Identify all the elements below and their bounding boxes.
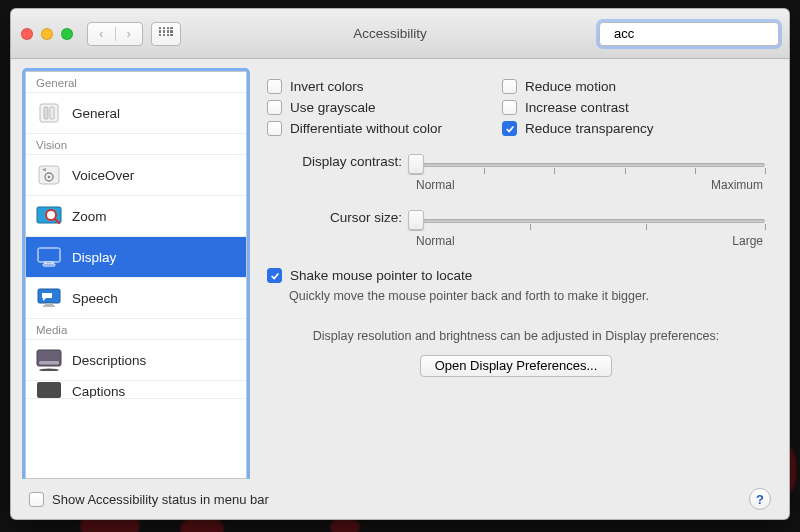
svg-rect-3 — [44, 107, 48, 119]
checkbox-label: Use grayscale — [290, 100, 376, 115]
grid-icon — [159, 27, 173, 41]
checkbox-shake-to-locate[interactable]: Shake mouse pointer to locate — [267, 268, 765, 283]
sidebar-item-voiceover[interactable]: ◀︎ VoiceOver — [26, 155, 246, 196]
titlebar: ‹ › Accessibility ✕ — [11, 9, 789, 59]
slider-max-label: Maximum — [711, 178, 763, 192]
close-button[interactable] — [21, 28, 33, 40]
captions-icon — [36, 381, 62, 399]
search-field[interactable]: ✕ — [599, 22, 779, 46]
sidebar-item-speech[interactable]: Speech — [26, 278, 246, 319]
slider-knob[interactable] — [408, 210, 424, 230]
category-sidebar[interactable]: General General Vision ◀︎ VoiceOver Zoom — [25, 71, 247, 479]
slider-label: Display contrast: — [267, 154, 402, 169]
search-input[interactable] — [612, 25, 784, 42]
slider-min-label: Normal — [416, 178, 455, 192]
sidebar-item-descriptions[interactable]: Descriptions — [26, 340, 246, 381]
svg-rect-17 — [43, 305, 55, 307]
sidebar-item-label: VoiceOver — [72, 168, 236, 183]
svg-text:◀︎: ◀︎ — [42, 166, 46, 172]
general-icon — [36, 100, 62, 126]
display-settings-panel: Invert colors Use grayscale Differentiat… — [257, 71, 775, 479]
checkbox-use-grayscale[interactable]: Use grayscale — [267, 100, 442, 115]
display-note: Display resolution and brightness can be… — [267, 329, 765, 343]
speech-icon — [36, 285, 62, 311]
svg-rect-2 — [40, 104, 58, 122]
slider-cursor-size[interactable]: Cursor size: Normal Large — [267, 210, 765, 248]
slider-label: Cursor size: — [267, 210, 402, 225]
traffic-lights — [21, 28, 73, 40]
group-header-general: General — [26, 72, 246, 93]
descriptions-icon — [36, 347, 62, 373]
svg-point-7 — [48, 176, 51, 179]
checkbox-label: Show Accessibility status in menu bar — [52, 492, 269, 507]
svg-rect-21 — [37, 382, 61, 398]
window-title: Accessibility — [189, 26, 591, 41]
open-display-preferences-button[interactable]: Open Display Preferences... — [420, 355, 613, 377]
checkbox-reduce-transparency[interactable]: Reduce transparency — [502, 121, 653, 136]
checkbox-label: Reduce motion — [525, 79, 616, 94]
slider-min-label: Normal — [416, 234, 455, 248]
svg-point-20 — [39, 369, 59, 372]
sidebar-item-captions[interactable]: Captions — [26, 381, 246, 399]
sidebar-item-label: General — [72, 106, 236, 121]
slider-display-contrast[interactable]: Display contrast: Normal Maximum — [267, 154, 765, 192]
checkbox-label: Shake mouse pointer to locate — [290, 268, 472, 283]
group-header-media: Media — [26, 319, 246, 340]
checkbox-label: Differentiate without color — [290, 121, 442, 136]
sidebar-item-label: Speech — [72, 291, 236, 306]
slider-max-label: Large — [732, 234, 763, 248]
sidebar-item-label: Display — [72, 250, 236, 265]
svg-rect-4 — [50, 107, 54, 119]
sidebar-item-label: Descriptions — [72, 353, 236, 368]
sidebar-item-general[interactable]: General — [26, 93, 246, 134]
nav-back-icon[interactable]: ‹ — [88, 27, 116, 41]
svg-rect-19 — [39, 361, 59, 365]
help-button[interactable]: ? — [749, 488, 771, 510]
checkbox-reduce-motion[interactable]: Reduce motion — [502, 79, 653, 94]
checkbox-differentiate-without-color[interactable]: Differentiate without color — [267, 121, 442, 136]
checkbox-increase-contrast[interactable]: Increase contrast — [502, 100, 653, 115]
checkbox-invert-colors[interactable]: Invert colors — [267, 79, 442, 94]
sidebar-item-label: Captions — [72, 384, 236, 399]
sidebar-item-zoom[interactable]: Zoom — [26, 196, 246, 237]
checkbox-label: Increase contrast — [525, 100, 629, 115]
sidebar-item-label: Zoom — [72, 209, 236, 224]
checkbox-menubar-status[interactable]: Show Accessibility status in menu bar — [29, 492, 749, 507]
show-all-button[interactable] — [151, 22, 181, 46]
prefs-window: ‹ › Accessibility ✕ General General — [10, 8, 790, 520]
sidebar-item-display[interactable]: Display — [26, 237, 246, 278]
checkbox-label: Invert colors — [290, 79, 364, 94]
group-header-vision: Vision — [26, 134, 246, 155]
voiceover-icon: ◀︎ — [36, 162, 62, 188]
minimize-button[interactable] — [41, 28, 53, 40]
display-icon — [36, 244, 62, 270]
nav-back-forward[interactable]: ‹ › — [87, 22, 143, 46]
fullscreen-button[interactable] — [61, 28, 73, 40]
nav-forward-icon[interactable]: › — [116, 27, 143, 41]
slider-knob[interactable] — [408, 154, 424, 174]
footer: Show Accessibility status in menu bar ? — [11, 479, 789, 519]
checkbox-label: Reduce transparency — [525, 121, 653, 136]
shake-hint: Quickly move the mouse pointer back and … — [289, 289, 765, 303]
svg-rect-16 — [45, 303, 53, 305]
zoom-icon — [36, 203, 62, 229]
svg-rect-12 — [38, 248, 60, 262]
svg-rect-14 — [43, 264, 55, 266]
